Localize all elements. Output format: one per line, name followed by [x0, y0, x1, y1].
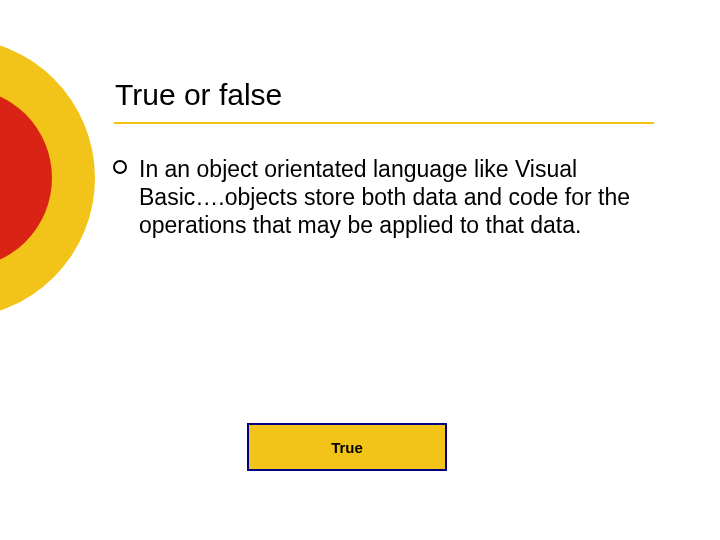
bullet-marker-icon [113, 160, 127, 174]
slide-title: True or false [115, 78, 282, 112]
bullet-item: In an object orientated language like Vi… [113, 155, 643, 239]
answer-text: True [331, 439, 363, 456]
title-underline [114, 122, 654, 124]
bullet-text: In an object orientated language like Vi… [139, 155, 643, 239]
answer-box: True [247, 423, 447, 471]
